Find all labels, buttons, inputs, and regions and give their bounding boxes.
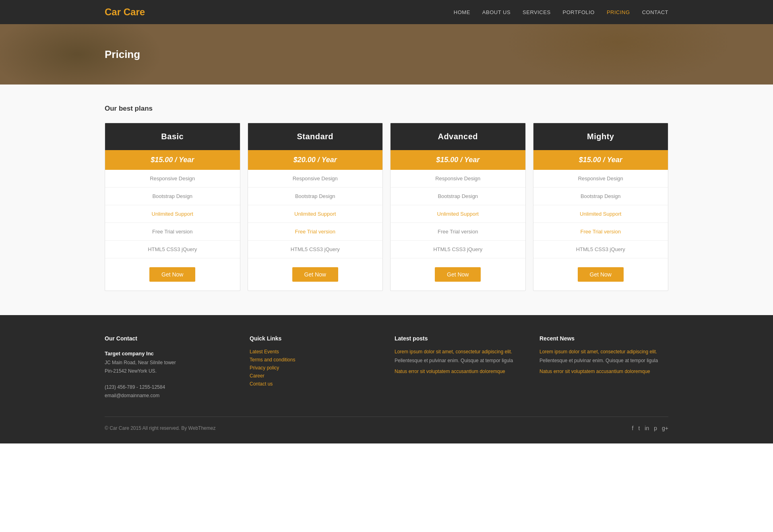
- pinterest-icon[interactable]: p: [654, 425, 657, 431]
- plan-feature-3-2: Unlimited Support: [533, 205, 668, 223]
- quicklink-career[interactable]: Career: [250, 373, 378, 379]
- footer-quicklinks-title: Quick Links: [250, 335, 378, 342]
- footer-address-text: JC Main Road, Near Silnile towerPin-2154…: [105, 360, 176, 374]
- nav-pricing[interactable]: PRICING: [607, 9, 630, 15]
- plan-feature-3-0: Responsive Design: [533, 170, 668, 188]
- footer-address: Target company Inc JC Main Road, Near Si…: [105, 349, 234, 376]
- plan-feature-0-1: Bootstrap Design: [105, 188, 240, 205]
- recent-news-link-2[interactable]: Natus error sit voluptatem accusantium d…: [539, 369, 668, 374]
- plan-feature-2-3: Free Trial version: [391, 223, 525, 241]
- footer-contact: Our Contact Target company Inc JC Main R…: [105, 335, 234, 400]
- plan-price-1: $20.00 / Year: [248, 150, 383, 170]
- plan-card-advanced: Advanced$15.00 / YearResponsive DesignBo…: [390, 123, 526, 291]
- plan-name-3: Mighty: [533, 123, 668, 150]
- plan-btn-3[interactable]: Get Now: [578, 267, 624, 282]
- latest-post-text-1: Pellentesque et pulvinar enim. Quisque a…: [395, 357, 523, 365]
- header: Car Care HOME ABOUT US SERVICES PORTFOLI…: [0, 0, 773, 24]
- recent-news-link-1[interactable]: Lorem ipsum dolor sit amet, consectetur …: [539, 349, 668, 355]
- plans-grid: Basic$15.00 / YearResponsive DesignBoots…: [105, 123, 668, 291]
- plan-name-1: Standard: [248, 123, 383, 150]
- plan-feature-2-2: Unlimited Support: [391, 205, 525, 223]
- plan-feature-1-1: Bootstrap Design: [248, 188, 383, 205]
- quicklink-latest-events[interactable]: Latest Events: [250, 349, 378, 355]
- plan-price-2: $15.00 / Year: [391, 150, 525, 170]
- twitter-icon[interactable]: t: [638, 425, 640, 431]
- plan-feature-1-2: Unlimited Support: [248, 205, 383, 223]
- logo-car: Car: [105, 6, 121, 17]
- plan-feature-0-3: Free Trial version: [105, 223, 240, 241]
- quicklink-privacy[interactable]: Privacy policy: [250, 365, 378, 371]
- logo[interactable]: Car Care: [105, 6, 145, 18]
- footer-bottom: © Car Care 2015 All right reserved. By W…: [105, 417, 668, 431]
- plan-btn-1[interactable]: Get Now: [292, 267, 338, 282]
- footer-grid: Our Contact Target company Inc JC Main R…: [105, 335, 668, 400]
- plan-feature-2-1: Bootstrap Design: [391, 188, 525, 205]
- plan-btn-0[interactable]: Get Now: [149, 267, 195, 282]
- linkedin-icon[interactable]: in: [645, 425, 649, 431]
- plan-feature-0-4: HTML5 CSS3 jQuery: [105, 241, 240, 258]
- nav-contact[interactable]: CONTACT: [642, 9, 668, 15]
- footer-news-title: Recent News: [539, 335, 668, 342]
- plan-name-0: Basic: [105, 123, 240, 150]
- hero-title: Pricing: [105, 48, 140, 61]
- social-icons: f t in p g+: [632, 425, 668, 431]
- plan-feature-1-3: Free Trial version: [248, 223, 383, 241]
- nav-home[interactable]: HOME: [454, 9, 470, 15]
- hero-section: Pricing: [0, 24, 773, 85]
- googleplus-icon[interactable]: g+: [662, 425, 668, 431]
- footer-email: email@domainname.com: [105, 392, 234, 400]
- footer-quicklinks: Quick Links Latest Events Terms and cond…: [250, 335, 378, 400]
- plan-feature-3-4: HTML5 CSS3 jQuery: [533, 241, 668, 258]
- plan-feature-0-2: Unlimited Support: [105, 205, 240, 223]
- pricing-section: Our best plans Basic$15.00 / YearRespons…: [0, 85, 773, 315]
- plan-card-mighty: Mighty$15.00 / YearResponsive DesignBoot…: [533, 123, 669, 291]
- footer-latest-posts: Latest posts Lorem ipsum dolor sit amet,…: [395, 335, 523, 400]
- logo-care: Care: [121, 6, 145, 17]
- nav-about[interactable]: ABOUT US: [482, 9, 511, 15]
- footer: Our Contact Target company Inc JC Main R…: [0, 315, 773, 443]
- plan-btn-2[interactable]: Get Now: [435, 267, 481, 282]
- plan-price-3: $15.00 / Year: [533, 150, 668, 170]
- section-title: Our best plans: [105, 105, 668, 113]
- facebook-icon[interactable]: f: [632, 425, 634, 431]
- plan-feature-1-4: HTML5 CSS3 jQuery: [248, 241, 383, 258]
- main-nav: HOME ABOUT US SERVICES PORTFOLIO PRICING…: [454, 9, 668, 15]
- nav-portfolio[interactable]: PORTFOLIO: [563, 9, 595, 15]
- nav-services[interactable]: SERVICES: [523, 9, 551, 15]
- copyright: © Car Care 2015 All right reserved. By W…: [105, 425, 215, 431]
- plan-price-0: $15.00 / Year: [105, 150, 240, 170]
- footer-recent-news: Recent News Lorem ipsum dolor sit amet, …: [539, 335, 668, 400]
- quicklink-terms[interactable]: Terms and conditions: [250, 357, 378, 363]
- plan-feature-2-0: Responsive Design: [391, 170, 525, 188]
- footer-contact-title: Our Contact: [105, 335, 234, 342]
- quicklink-contact[interactable]: Contact us: [250, 381, 378, 387]
- recent-news-text-1: Pellentesque et pulvinar enim. Quisque a…: [539, 357, 668, 365]
- footer-company: Target company Inc: [105, 351, 154, 357]
- plan-name-2: Advanced: [391, 123, 525, 150]
- latest-post-link-1[interactable]: Lorem ipsum dolor sit amet, consectetur …: [395, 349, 523, 355]
- plan-card-basic: Basic$15.00 / YearResponsive DesignBoots…: [105, 123, 240, 291]
- plan-feature-3-1: Bootstrap Design: [533, 188, 668, 205]
- footer-phone: (123) 456-789 - 1255-12584: [105, 383, 234, 392]
- latest-post-link-2[interactable]: Natus error sit voluptatem accusantium d…: [395, 369, 523, 374]
- plan-feature-0-0: Responsive Design: [105, 170, 240, 188]
- footer-posts-title: Latest posts: [395, 335, 523, 342]
- plan-feature-1-0: Responsive Design: [248, 170, 383, 188]
- plan-feature-2-4: HTML5 CSS3 jQuery: [391, 241, 525, 258]
- plan-card-standard: Standard$20.00 / YearResponsive DesignBo…: [248, 123, 383, 291]
- plan-feature-3-3: Free Trial version: [533, 223, 668, 241]
